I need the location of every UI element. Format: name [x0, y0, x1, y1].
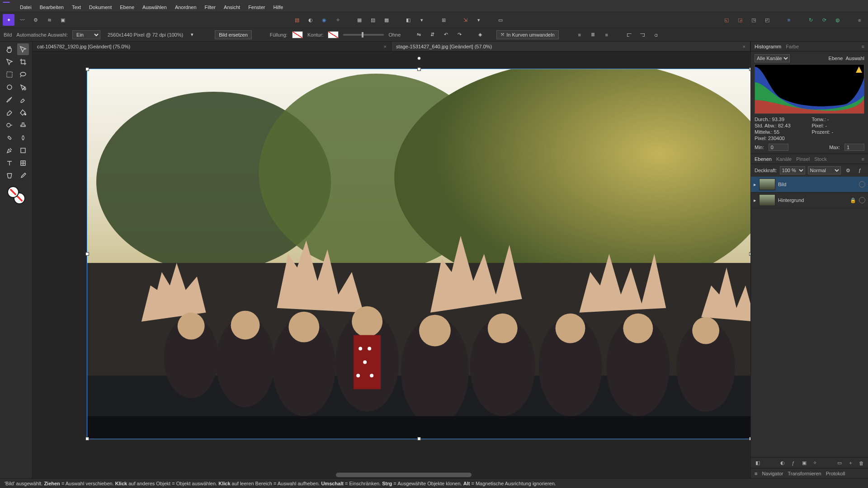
panel-tab-farbe[interactable]: Farbe: [786, 44, 799, 49]
menu-filter[interactable]: Filter: [201, 4, 219, 11]
fill-tool-icon[interactable]: [17, 107, 29, 118]
close-tab-icon[interactable]: ×: [384, 44, 387, 49]
stroke-swatch[interactable]: [328, 31, 339, 38]
menu-anordnen[interactable]: Anordnen: [171, 4, 200, 11]
resize-handle-ne[interactable]: [749, 67, 750, 71]
panel-menu-icon[interactable]: ≡: [862, 156, 864, 162]
panel-tab-histogramm[interactable]: Histogramm: [755, 44, 781, 49]
chevron-down-icon-2[interactable]: ▾: [473, 14, 485, 26]
menu-text[interactable]: Text: [68, 4, 85, 11]
menu-ebene[interactable]: Ebene: [116, 4, 138, 11]
visibility-icon[interactable]: [859, 181, 865, 188]
align-left-icon[interactable]: ≡: [575, 30, 584, 39]
mask-icon[interactable]: ◧: [754, 459, 762, 467]
selection-sub-icon[interactable]: ▨: [367, 14, 379, 26]
gear-icon[interactable]: ⚙: [844, 166, 853, 175]
document-tab-1[interactable]: cat-1045782_1920.jpg [Geändert] (75.0%)×: [33, 42, 392, 51]
export-persona-icon[interactable]: ▣: [57, 14, 69, 26]
flood-select-icon[interactable]: [17, 81, 29, 93]
account-icon[interactable]: ⍟: [854, 14, 865, 26]
text-tool-icon[interactable]: [4, 157, 15, 169]
expand-icon[interactable]: ▸: [754, 182, 756, 188]
quickmask-icon[interactable]: ▭: [495, 14, 506, 26]
healing-tool-icon[interactable]: [4, 132, 15, 144]
grid-icon[interactable]: ⊞: [438, 14, 449, 26]
close-tab-icon[interactable]: ×: [743, 44, 745, 49]
panel-tab-transformieren[interactable]: Transformieren: [788, 471, 821, 476]
add-layer-icon[interactable]: ＋: [846, 459, 854, 467]
replace-image-button[interactable]: Bild ersetzen: [215, 30, 252, 39]
panel-tab-navigator[interactable]: Navigator: [762, 471, 783, 476]
resize-handle-w[interactable]: [85, 252, 89, 256]
layer-icon-2[interactable]: ◰: [761, 14, 773, 26]
layer-row-hintergrund[interactable]: ▸ Hintergrund 🔒: [751, 192, 868, 208]
convert-curves-button[interactable]: ⤱In Kurven umwandeln: [496, 30, 558, 39]
resize-handle-n[interactable]: [417, 67, 421, 71]
move-tool-icon[interactable]: [17, 43, 29, 55]
color-wheel-icon[interactable]: ◉: [318, 14, 330, 26]
auto-select-dropdown[interactable]: Ein: [72, 30, 100, 39]
histo-ebene-button[interactable]: Ebene: [829, 56, 843, 61]
rotate-ccw-icon[interactable]: ↶: [441, 30, 450, 39]
crop-tool-icon[interactable]: [17, 56, 29, 68]
resize-handle-s[interactable]: [417, 437, 421, 441]
brush-tool-icon[interactable]: [4, 94, 15, 106]
color-replace-icon[interactable]: [17, 94, 29, 106]
flip-h-icon[interactable]: ⇋: [414, 30, 423, 39]
lock-children-icon[interactable]: ◈: [476, 30, 485, 39]
distribute-h-icon[interactable]: ⫍: [625, 30, 634, 39]
tone-persona-icon[interactable]: ≋: [43, 14, 55, 26]
chevron-down-icon[interactable]: ▾: [188, 30, 197, 39]
eraser-tool-icon[interactable]: [4, 107, 15, 118]
burger-icon[interactable]: ≡: [755, 471, 757, 476]
panel-tab-kanaele[interactable]: Kanäle: [776, 156, 792, 162]
layer-row-bild[interactable]: ▸ Bild: [751, 177, 868, 192]
mask-layer-icon[interactable]: ▣: [800, 459, 808, 467]
panel-tab-stock[interactable]: Stock: [814, 156, 827, 162]
histo-auswahl-button[interactable]: Auswahl: [845, 56, 864, 61]
panel-tab-pinsel[interactable]: Pinsel: [796, 156, 810, 162]
fg-color-swatch[interactable]: [7, 186, 19, 198]
chevron-down-icon[interactable]: ▾: [416, 14, 428, 26]
panel-menu-icon[interactable]: ≡: [862, 44, 864, 49]
delete-layer-icon[interactable]: 🗑: [857, 459, 865, 467]
distribute-v-icon[interactable]: ⫎: [638, 30, 647, 39]
blend-mode-select[interactable]: Normal: [808, 166, 841, 174]
canvas-area[interactable]: [33, 52, 750, 478]
photo-icon[interactable]: ▧: [291, 14, 303, 26]
channel-select[interactable]: Alle Kanäle: [755, 54, 790, 62]
arrange-icon[interactable]: ⇲: [459, 14, 471, 26]
align-icon[interactable]: ≡: [783, 14, 795, 26]
rotate-cw-icon[interactable]: ↷: [455, 30, 464, 39]
expand-icon[interactable]: ▸: [754, 197, 756, 203]
mesh-tool-icon[interactable]: [17, 157, 29, 169]
layer-move-front-icon[interactable]: ◲: [734, 14, 746, 26]
lasso-tool-icon[interactable]: [17, 69, 29, 80]
menu-dokument[interactable]: Dokument: [85, 4, 115, 11]
layer-move-back-icon[interactable]: ◱: [721, 14, 732, 26]
hand-tool-icon[interactable]: [4, 43, 15, 55]
menu-hilfe[interactable]: Hilfe: [269, 4, 287, 11]
stamp-tool-icon[interactable]: [17, 119, 29, 131]
fx-icon[interactable]: ƒ: [855, 166, 864, 175]
menu-bearbeiten[interactable]: Bearbeiten: [36, 4, 67, 11]
smudge-tool-icon[interactable]: [17, 132, 29, 144]
sync-icon[interactable]: ↻: [805, 14, 816, 26]
fill-swatch[interactable]: [292, 31, 303, 38]
resize-handle-nw[interactable]: [85, 67, 89, 71]
crop-preset-icon[interactable]: ◧: [402, 14, 414, 26]
menu-fenster[interactable]: Fenster: [245, 4, 269, 11]
selection-int-icon[interactable]: ▩: [381, 14, 392, 26]
wand-icon[interactable]: ✧: [332, 14, 344, 26]
menu-datei[interactable]: Datei: [16, 4, 35, 11]
perspective-tool-icon[interactable]: [4, 170, 15, 182]
selection-brush-icon[interactable]: [4, 81, 15, 93]
resize-handle-sw[interactable]: [85, 437, 89, 441]
panel-tab-ebenen[interactable]: Ebenen: [755, 156, 772, 162]
opacity-select[interactable]: 100 %: [780, 166, 805, 174]
sync-icon-2[interactable]: ⟳: [818, 14, 830, 26]
document-tab-2[interactable]: stage-1531427_640.jpg [Geändert] (57.0%)…: [392, 42, 750, 51]
eyedropper-icon[interactable]: ◐: [305, 14, 316, 26]
layer-icon[interactable]: ◳: [748, 14, 760, 26]
color-fg-bg[interactable]: [7, 186, 25, 204]
